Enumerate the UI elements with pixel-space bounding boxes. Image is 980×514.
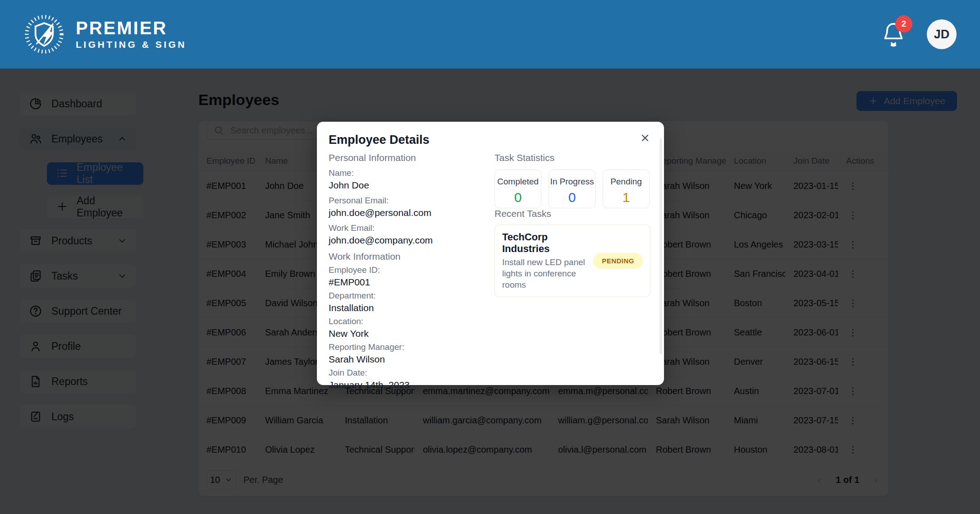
task-info: TechCorp Industries Install new LED pane… [502,231,588,290]
stat-label: In Progress [549,177,595,187]
field-label: Personal Email: [329,196,477,206]
stat-card-in-progress: In Progress 0 [549,170,595,208]
app-header: PREMIER LIGHTING & SIGN 2 JD [0,0,980,69]
modal-right-column: Task Statistics Completed 0 In Progress … [495,133,650,385]
notification-badge: 2 [895,15,912,32]
brand-text: PREMIER LIGHTING & SIGN [76,18,187,50]
task-title: TechCorp Industries [502,231,588,255]
work-information-fields: Employee ID: #EMP001 Department: Install… [329,265,477,390]
notifications-button[interactable]: 2 [881,21,906,48]
brand-tagline: LIGHTING & SIGN [76,39,187,50]
stat-label: Pending [603,177,649,187]
stat-card-pending: Pending 1 [603,170,650,208]
personal-information-fields: Name: John Doe Personal Email: john.doe@… [329,168,477,246]
modal-scrollbar[interactable] [659,138,662,354]
field-value: John Doe [329,179,477,191]
stat-value: 0 [549,190,595,205]
field-label: Reporting Manager: [329,342,477,352]
modal-left-column: Employee Details Personal Information Na… [329,133,477,385]
field-value: Installation [329,302,477,313]
field-value: #EMP001 [329,276,477,288]
field-label: Location: [329,317,477,326]
header-right: 2 JD [881,19,957,49]
personal-information-section-label: Personal Information [329,152,477,163]
field-value: john.doe@personal.com [329,207,477,218]
brand: PREMIER LIGHTING & SIGN [23,14,187,55]
field-value: New York [329,328,477,339]
stat-card-completed: Completed 0 [495,170,541,208]
field-label: Employee ID: [329,265,477,275]
recent-task-card: TechCorp Industries Install new LED pane… [495,225,650,297]
field-label: Join Date: [329,368,477,378]
field-value: john.doe@company.com [329,234,477,246]
modal-title: Employee Details [329,133,477,147]
task-description: Install new LED panel lights in conferen… [502,257,588,290]
brand-name: PREMIER [76,18,187,37]
stat-value: 1 [603,190,649,205]
task-status-badge: PENDING [593,253,643,269]
brand-logo-icon [23,14,65,55]
user-avatar[interactable]: JD [927,19,957,49]
field-label: Name: [329,168,477,178]
employee-details-modal: Employee Details Personal Information Na… [317,122,664,385]
task-statistics-section-label: Task Statistics [495,152,650,163]
stat-label: Completed [495,177,541,187]
field-value: January 14th, 2023 [329,379,477,390]
work-information-section-label: Work Information [329,251,477,262]
recent-tasks-section-label: Recent Tasks [495,208,650,219]
field-label: Work Email: [329,223,477,233]
close-button[interactable] [636,129,654,147]
field-label: Department: [329,291,477,301]
task-statistics: Completed 0 In Progress 0 Pending 1 [495,170,650,208]
field-value: Sarah Wilson [329,353,477,365]
close-icon [640,133,650,143]
stat-value: 0 [495,190,541,205]
app-root: PREMIER LIGHTING & SIGN 2 JD Dashboard [0,0,980,514]
